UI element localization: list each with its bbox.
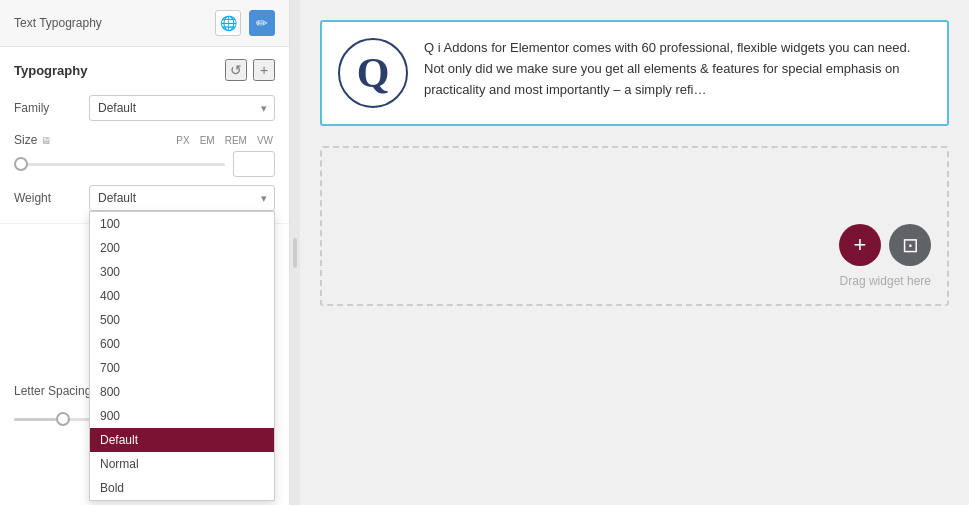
typography-header: Typography ↺ + bbox=[14, 59, 275, 81]
weight-select-wrapper: Default 100 200 300 400 500 600 700 800 … bbox=[89, 185, 275, 211]
fab-add-button[interactable]: + bbox=[839, 224, 881, 266]
reset-button[interactable]: ↺ bbox=[225, 59, 247, 81]
rem-unit[interactable]: REM bbox=[223, 134, 249, 147]
divider-handle bbox=[293, 238, 297, 268]
size-input[interactable] bbox=[233, 151, 275, 177]
size-slider-thumb[interactable] bbox=[14, 157, 28, 171]
family-label: Family bbox=[14, 101, 89, 115]
fab-add-icon: + bbox=[854, 232, 867, 258]
pencil-button[interactable]: ✏ bbox=[249, 10, 275, 36]
panel-header-icons: 🌐 ✏ bbox=[215, 10, 275, 36]
drag-box: + ⊡ Drag widget here bbox=[320, 146, 949, 306]
weight-option-400[interactable]: 400 bbox=[90, 284, 274, 308]
reset-icon: ↺ bbox=[230, 62, 242, 78]
typography-actions: ↺ + bbox=[225, 59, 275, 81]
weight-dropdown[interactable]: 100 200 300 400 500 600 700 800 900 Defa… bbox=[89, 211, 275, 501]
weight-row: Weight Default 100 200 300 400 500 600 7… bbox=[14, 185, 275, 211]
panel-divider[interactable] bbox=[290, 0, 300, 505]
pencil-icon: ✏ bbox=[256, 15, 268, 31]
weight-option-600[interactable]: 600 bbox=[90, 332, 274, 356]
content-box: Q Q i Addons for Elementor comes with 60… bbox=[320, 20, 949, 126]
canvas-area: Q Q i Addons for Elementor comes with 60… bbox=[300, 0, 969, 505]
add-button[interactable]: + bbox=[253, 59, 275, 81]
fab-move-button[interactable]: ⊡ bbox=[889, 224, 931, 266]
fab-move-icon: ⊡ bbox=[902, 233, 919, 257]
weight-option-default[interactable]: Default bbox=[90, 428, 274, 452]
family-select[interactable]: Default bbox=[89, 95, 275, 121]
em-unit[interactable]: EM bbox=[198, 134, 217, 147]
globe-button[interactable]: 🌐 bbox=[215, 10, 241, 36]
weight-option-300[interactable]: 300 bbox=[90, 260, 274, 284]
letter-spacing-fill bbox=[14, 418, 56, 421]
size-label: Size 🖥 bbox=[14, 133, 89, 147]
family-row: Family Default ▾ bbox=[14, 95, 275, 121]
add-icon: + bbox=[260, 62, 268, 78]
size-screen-icon: 🖥 bbox=[41, 135, 51, 146]
typography-title: Typography bbox=[14, 63, 87, 78]
weight-option-100[interactable]: 100 bbox=[90, 212, 274, 236]
letter-spacing-thumb[interactable] bbox=[56, 412, 70, 426]
fab-buttons: + ⊡ bbox=[839, 224, 931, 266]
weight-option-500[interactable]: 500 bbox=[90, 308, 274, 332]
family-select-wrapper: Default ▾ bbox=[89, 95, 275, 121]
content-logo: Q bbox=[338, 38, 408, 108]
weight-option-900[interactable]: 900 bbox=[90, 404, 274, 428]
globe-icon: 🌐 bbox=[220, 15, 237, 31]
drag-label: Drag widget here bbox=[840, 274, 931, 288]
logo-letter: Q bbox=[357, 52, 390, 94]
vw-unit[interactable]: VW bbox=[255, 134, 275, 147]
weight-option-800[interactable]: 800 bbox=[90, 380, 274, 404]
weight-option-normal[interactable]: Normal bbox=[90, 452, 274, 476]
size-slider-row bbox=[14, 151, 275, 177]
weight-option-200[interactable]: 200 bbox=[90, 236, 274, 260]
size-row: Size 🖥 PX EM REM VW bbox=[14, 133, 275, 177]
weight-option-bold[interactable]: Bold bbox=[90, 476, 274, 500]
weight-label: Weight bbox=[14, 191, 89, 205]
size-slider-track[interactable] bbox=[14, 163, 225, 166]
panel-header: Text Typography 🌐 ✏ bbox=[0, 0, 289, 47]
content-text: Q i Addons for Elementor comes with 60 p… bbox=[424, 38, 931, 100]
typography-section: Typography ↺ + Family Default ▾ bbox=[0, 47, 289, 224]
weight-option-700[interactable]: 700 bbox=[90, 356, 274, 380]
weight-select[interactable]: Default 100 200 300 400 500 600 700 800 … bbox=[89, 185, 275, 211]
family-control: Default ▾ bbox=[89, 95, 275, 121]
panel-header-title: Text Typography bbox=[14, 16, 102, 30]
left-panel: Text Typography 🌐 ✏ Typography ↺ + bbox=[0, 0, 290, 505]
px-unit[interactable]: PX bbox=[174, 134, 191, 147]
